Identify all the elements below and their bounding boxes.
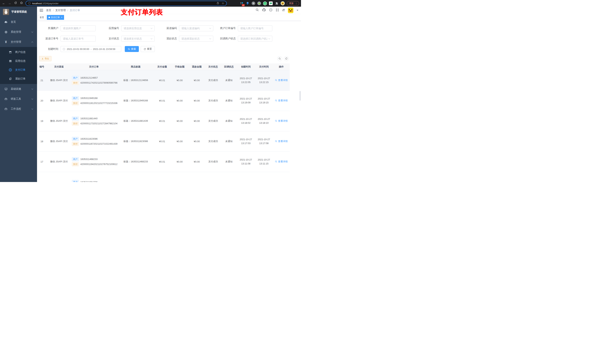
chevron-down-icon — [32, 88, 33, 90]
status-cell: 支付成功 — [205, 111, 221, 131]
refund-cell: ¥0.00 — [188, 131, 205, 151]
col-order: 支付订单 — [70, 63, 118, 70]
extension-command-icon[interactable]: ⌘ — [252, 1, 255, 5]
date-range-picker[interactable]: 2021-10-01 00:00:00 - 2021-10-31 23:59:5… — [61, 46, 121, 52]
id-cell — [37, 172, 48, 182]
sidebar-item-devtools[interactable]: 研发工具 — [0, 94, 37, 104]
pay-order-no: 4200001167202110271022491439 — [80, 142, 118, 145]
reset-button[interactable]: 重置 — [141, 46, 155, 52]
view-detail-link[interactable]: 查看详情 — [275, 160, 288, 163]
extension-chat-icon[interactable] — [269, 1, 273, 5]
sidebar-item-refund-order[interactable]: 退款订单 — [0, 74, 37, 83]
table-header-row: 编号 支付渠道 支付订单 商品标题 支付金额 手续金额 退款金额 支付状态 回调… — [37, 63, 290, 70]
profile-avatar[interactable] — [281, 1, 285, 5]
avatar-caret-icon[interactable] — [297, 10, 298, 11]
date-start: 2021-10-01 00:00:00 — [67, 48, 89, 51]
sidebar-item-merchant-info[interactable]: 商户信息 — [0, 48, 37, 57]
extension-y-icon[interactable]: y — [263, 1, 267, 5]
address-bar[interactable]: i localhost:1024/pay/order ☆ — [26, 1, 227, 6]
sidebar-item-system[interactable]: 系统管理 — [0, 27, 37, 37]
breadcrumb-payment[interactable]: 支付管理 — [55, 9, 66, 12]
url-host: localhost — [32, 2, 42, 5]
table-refresh-button[interactable] — [284, 56, 289, 61]
create-time-cell: 2021-10-2713:18:02 — [237, 111, 255, 131]
col-amount: 支付金额 — [153, 63, 171, 70]
reload-icon[interactable] — [14, 0, 17, 7]
callback-status-select[interactable] — [238, 36, 272, 42]
view-detail-link[interactable]: 查看详情 — [275, 140, 288, 143]
sidebar-item-home[interactable]: 首页 — [0, 17, 37, 27]
extension-diamond-icon[interactable]: 10 — [240, 1, 244, 5]
home-icon[interactable] — [20, 0, 23, 7]
channel-code-select[interactable] — [179, 25, 213, 31]
date-end: 2021-10-31 23:59:59 — [93, 48, 115, 51]
callback-status-label: 回调商户状态 — [217, 37, 238, 40]
channel-order-no-input[interactable] — [61, 36, 96, 42]
table-search-button[interactable] — [277, 56, 282, 61]
app-logo-row[interactable]: 芋道管理系统 — [0, 7, 37, 17]
extension-recorder-icon[interactable] — [257, 1, 261, 5]
sidebar-item-label: 支付订单 — [15, 68, 26, 72]
breadcrumb-home[interactable]: 首页 — [46, 9, 51, 12]
bookmark-star-icon[interactable]: ☆ — [222, 2, 224, 5]
pay-order-table: 编号 支付渠道 支付订单 商品标题 支付金额 手续金额 退款金额 支付状态 回调… — [37, 63, 290, 182]
search-button[interactable]: 搜索 — [125, 46, 139, 52]
table-row: 19 微信 JSAPI 支付 商户1635311881440 支付4200001… — [37, 111, 290, 131]
id-cell: 18 — [37, 131, 48, 151]
github-icon[interactable] — [262, 8, 266, 13]
sidebar-item-app-info[interactable]: 应用信息 — [0, 57, 37, 65]
pay-status-label: 支付状态 — [99, 37, 121, 40]
font-size-icon[interactable]: TT — [282, 9, 285, 12]
share-icon[interactable] — [216, 2, 219, 5]
sidebar-item-infra[interactable]: 基础设施 — [0, 84, 37, 94]
status-cell: 支付成功 — [205, 151, 221, 172]
sidebar: 芋道管理系统 首页 系统管理 ¥ 支付管理 商户信息 应用信息 — [0, 7, 37, 182]
chevron-up-icon — [32, 42, 33, 43]
page-annotation: 支付订单列表 — [121, 8, 163, 17]
forward-icon[interactable]: → — [8, 0, 11, 7]
fullscreen-icon[interactable] — [276, 8, 279, 12]
view-detail-link[interactable]: 查看详情 — [275, 99, 288, 102]
filter-app-no: 应用编号 — [99, 25, 155, 31]
back-icon[interactable]: ← — [2, 0, 6, 7]
search-icon[interactable] — [256, 8, 259, 12]
refund-status-select[interactable] — [179, 36, 213, 42]
dashboard-icon — [4, 20, 8, 24]
view-detail-link[interactable]: 查看详情 — [275, 119, 288, 123]
merchant-order-no-input[interactable] — [238, 25, 272, 31]
update-button[interactable]: 更新 ⋮ — [287, 1, 299, 6]
tab-home[interactable]: 首页 — [38, 15, 46, 20]
sidebar-item-pay-order[interactable]: ¥ 支付订单 — [0, 65, 37, 74]
id-cell: 17 — [37, 151, 48, 172]
help-icon[interactable]: ? — [269, 8, 272, 12]
sidebar-item-payment[interactable]: ¥ 支付管理 — [0, 37, 37, 47]
app-no-select[interactable] — [121, 25, 155, 31]
refund-status-label: 退款状态 — [158, 37, 179, 40]
extensions-puzzle-icon[interactable] — [275, 1, 279, 5]
close-icon[interactable]: × — [61, 16, 62, 19]
merchant-input[interactable] — [61, 25, 96, 31]
user-avatar[interactable] — [288, 8, 293, 13]
sidebar-item-label: 支付管理 — [11, 40, 21, 44]
sidebar-item-workflow[interactable]: 工作流程 — [0, 104, 37, 114]
col-create-time: 创建时间 — [237, 63, 255, 70]
filter-merchant-order-no: 商户订单编号 — [217, 25, 272, 31]
notify-cell: 未通知 — [221, 151, 237, 172]
pay-time-cell: 2021-10-2713:11:15 — [255, 151, 273, 172]
scrollbar-thumb[interactable] — [300, 91, 301, 101]
export-button[interactable]: 导出 — [39, 56, 52, 61]
extension-gem-icon[interactable] — [246, 1, 249, 5]
filter-row-1: 所属商户 应用编号 渠道编码 商户订单编号 — [38, 25, 301, 31]
view-detail-link[interactable]: 查看详情 — [275, 79, 288, 82]
notify-cell: 未通知 — [221, 70, 237, 90]
table-row-partial: 商户1635311954796 — [37, 172, 290, 182]
pay-status-select[interactable] — [121, 36, 155, 42]
tab-pay-order[interactable]: 支付订单 × — [47, 15, 64, 20]
hamburger-icon[interactable] — [40, 9, 43, 12]
browser-menu-icon[interactable]: ⋮ — [295, 2, 298, 5]
site-info-icon[interactable]: i — [28, 2, 31, 5]
channel-cell: 微信 JSAPI 支付 — [48, 131, 70, 151]
col-notify-status: 回调状态 — [221, 63, 237, 70]
filter-channel-code: 渠道编码 — [158, 25, 213, 31]
date-separator: - — [91, 48, 91, 51]
